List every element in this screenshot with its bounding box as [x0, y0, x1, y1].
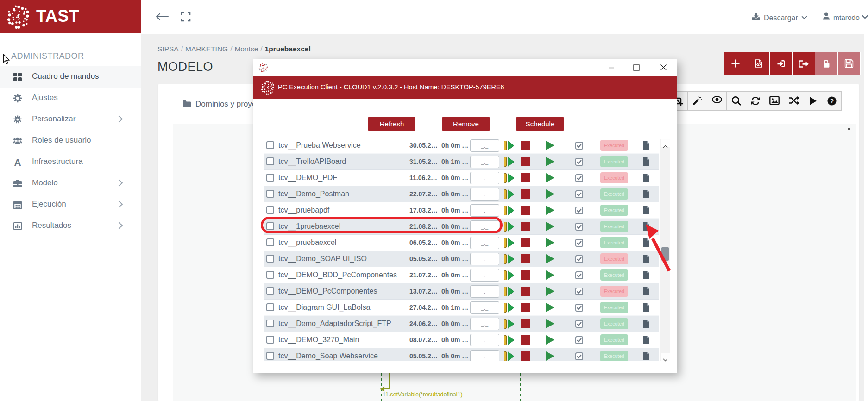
svg-text:?: ?	[830, 98, 833, 105]
svg-text:A: A	[14, 157, 21, 167]
